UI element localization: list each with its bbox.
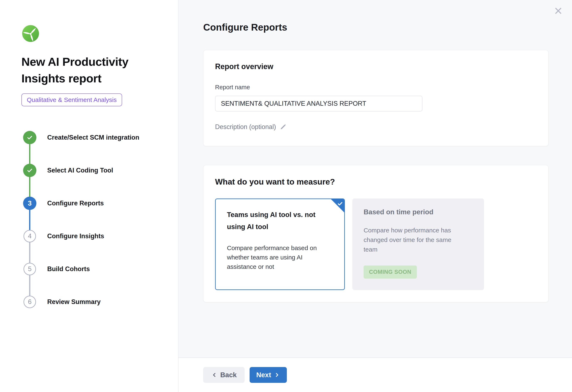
step-label: Configure Reports: [47, 199, 104, 207]
panel-content: Configure Reports Report overview Report…: [178, 0, 572, 302]
close-button[interactable]: [553, 6, 563, 16]
app-logo-icon: [21, 24, 40, 43]
option-description: Compare how performance has changed over…: [364, 226, 463, 254]
chevron-right-icon: [274, 372, 280, 378]
step-connector: [29, 209, 30, 230]
step-number-indicator: 5: [23, 263, 36, 275]
option-title: Teams using AI tool vs. not using AI too…: [227, 209, 323, 233]
step-label: Build Cohorts: [47, 265, 90, 273]
option-title: Based on time period: [364, 208, 473, 216]
step-configure-reports[interactable]: 3 Configure Reports: [23, 197, 104, 210]
close-icon: [553, 6, 563, 16]
step-label: Create/Select SCM integration: [47, 134, 139, 141]
configure-reports-panel: Configure Reports Report overview Report…: [178, 0, 572, 392]
step-select-ai-coding-tool[interactable]: Select AI Coding Tool: [23, 164, 113, 177]
check-icon: [26, 167, 33, 174]
wizard-title: New AI Productivity Insights report: [21, 53, 142, 87]
measure-options: Teams using AI tool vs. not using AI too…: [215, 198, 537, 290]
report-name-label: Report name: [215, 84, 537, 91]
report-overview-card: Report overview Report name Description …: [203, 50, 549, 146]
option-teams-vs-no-ai[interactable]: Teams using AI tool vs. not using AI too…: [215, 198, 345, 290]
chevron-left-icon: [211, 372, 217, 378]
wizard-sidebar: New AI Productivity Insights report Qual…: [0, 0, 178, 392]
description-edit[interactable]: Description (optional): [215, 123, 286, 131]
step-create-select-scm-integration[interactable]: Create/Select SCM integration: [23, 131, 139, 144]
option-description: Compare performance based on whether tea…: [227, 243, 325, 271]
step-current-indicator: 3: [23, 197, 36, 210]
description-label: Description (optional): [215, 123, 276, 131]
next-button-label: Next: [256, 371, 271, 379]
step-configure-insights[interactable]: 4 Configure Insights: [23, 229, 104, 243]
back-button-label: Back: [220, 371, 237, 379]
step-list: Create/Select SCM integration Select AI …: [21, 131, 166, 314]
step-connector: [29, 143, 30, 164]
step-complete-indicator: [23, 164, 36, 177]
step-connector: [29, 275, 30, 296]
check-icon: [26, 134, 33, 141]
edit-pencil-icon: [280, 124, 286, 130]
step-review-summary[interactable]: 6 Review Summary: [23, 295, 101, 309]
step-complete-indicator: [23, 131, 36, 144]
selected-check-icon: [337, 201, 343, 207]
report-name-input[interactable]: [215, 96, 422, 112]
step-build-cohorts[interactable]: 5 Build Cohorts: [23, 262, 90, 276]
back-button[interactable]: Back: [203, 367, 245, 383]
step-number-indicator: 6: [23, 296, 36, 308]
step-label: Configure Insights: [47, 232, 104, 240]
measure-card: What do you want to measure? Teams using…: [203, 165, 549, 302]
measure-heading: What do you want to measure?: [215, 177, 537, 186]
step-connector: [29, 176, 30, 197]
page-title: Configure Reports: [203, 22, 549, 33]
step-connector: [29, 242, 30, 263]
wizard-footer: Back Next: [178, 358, 572, 392]
step-label: Review Summary: [47, 298, 101, 306]
step-label: Select AI Coding Tool: [47, 167, 113, 174]
report-overview-heading: Report overview: [215, 62, 537, 71]
step-number-indicator: 4: [23, 230, 36, 242]
report-type-badge: Qualitative & Sentiment Analysis: [21, 93, 122, 106]
coming-soon-badge: COMING SOON: [364, 265, 417, 278]
next-button[interactable]: Next: [250, 367, 287, 383]
option-time-period: Based on time period Compare how perform…: [352, 198, 484, 290]
